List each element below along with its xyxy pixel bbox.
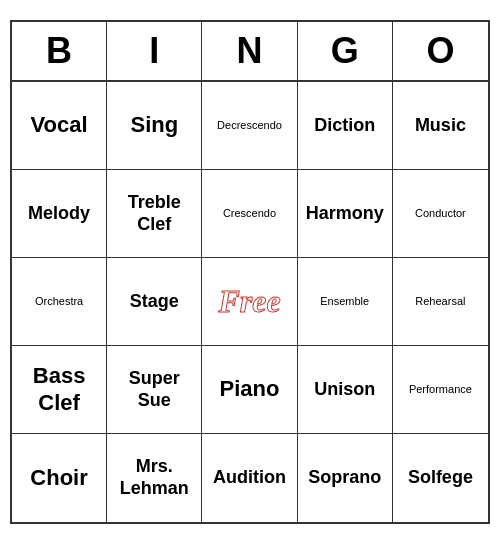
bingo-cell: Orchestra [12,258,107,346]
bingo-header: BINGO [12,22,488,82]
bingo-cell: Super Sue [107,346,202,434]
cell-text: Harmony [306,203,384,225]
bingo-cell: Melody [12,170,107,258]
bingo-cell: Bass Clef [12,346,107,434]
cell-text: Orchestra [35,295,83,308]
cell-text: Piano [220,376,280,402]
bingo-cell: Rehearsal [393,258,488,346]
cell-text: Bass Clef [16,363,102,416]
header-letter: I [107,22,202,80]
bingo-cell: Stage [107,258,202,346]
bingo-cell: Sing [107,82,202,170]
cell-text: Music [415,115,466,137]
cell-text: Super Sue [111,368,197,411]
cell-text: Rehearsal [415,295,465,308]
cell-text: Crescendo [223,207,276,220]
bingo-cell: Audition [202,434,297,522]
bingo-cell: Piano [202,346,297,434]
cell-text: Mrs. Lehman [111,456,197,499]
cell-text: Performance [409,383,472,396]
cell-text: Unison [314,379,375,401]
cell-text: Decrescendo [217,119,282,132]
cell-text: Choir [30,465,87,491]
header-letter: B [12,22,107,80]
cell-text: Stage [130,291,179,313]
bingo-cell: Ensemble [298,258,393,346]
bingo-cell: Unison [298,346,393,434]
bingo-cell: Crescendo [202,170,297,258]
header-letter: G [298,22,393,80]
bingo-cell: Choir [12,434,107,522]
bingo-card: BINGO VocalSingDecrescendoDictionMusicMe… [10,20,490,524]
cell-text: Ensemble [320,295,369,308]
cell-text: Vocal [31,112,88,138]
bingo-cell: Decrescendo [202,82,297,170]
cell-text: Sing [130,112,178,138]
cell-text: Diction [314,115,375,137]
bingo-cell: Performance [393,346,488,434]
bingo-cell: Mrs. Lehman [107,434,202,522]
cell-text: Solfege [408,467,473,489]
bingo-cell: Vocal [12,82,107,170]
header-letter: N [202,22,297,80]
cell-text: Free [218,283,280,320]
bingo-cell: Treble Clef [107,170,202,258]
bingo-cell: Solfege [393,434,488,522]
header-letter: O [393,22,488,80]
cell-text: Treble Clef [111,192,197,235]
bingo-cell: Soprano [298,434,393,522]
cell-text: Soprano [308,467,381,489]
bingo-cell: Conductor [393,170,488,258]
bingo-cell: Music [393,82,488,170]
cell-text: Melody [28,203,90,225]
bingo-cell: Harmony [298,170,393,258]
bingo-grid: VocalSingDecrescendoDictionMusicMelodyTr… [12,82,488,522]
bingo-cell: Free [202,258,297,346]
cell-text: Conductor [415,207,466,220]
bingo-cell: Diction [298,82,393,170]
cell-text: Audition [213,467,286,489]
